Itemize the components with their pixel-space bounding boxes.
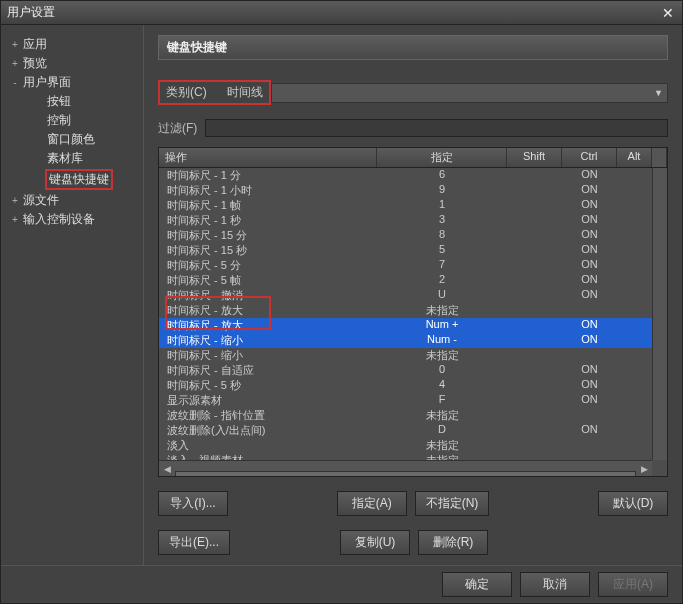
cell-alt	[617, 273, 652, 288]
cell-op: 时间标尺 - 5 秒	[159, 378, 377, 393]
table-row[interactable]: 时间标尺 - 缩小未指定	[159, 348, 667, 363]
table-row[interactable]: 时间标尺 - 自适应0ON	[159, 363, 667, 378]
cell-ctrl: ON	[562, 258, 617, 273]
cell-alt	[617, 438, 652, 453]
chevron-down-icon: ▼	[654, 88, 663, 98]
th-shift[interactable]: Shift	[507, 148, 562, 167]
cell-op: 时间标尺 - 1 分	[159, 168, 377, 183]
table-body: 时间标尺 - 1 分6ON时间标尺 - 1 小时9ON时间标尺 - 1 帧1ON…	[159, 168, 667, 468]
import-button[interactable]: 导入(I)...	[158, 491, 228, 516]
copy-button[interactable]: 复制(U)	[340, 530, 410, 555]
cell-alt	[617, 213, 652, 228]
table-row[interactable]: 时间标尺 - 1 帧1ON	[159, 198, 667, 213]
table-row[interactable]: 时间标尺 - 1 秒3ON	[159, 213, 667, 228]
ok-button[interactable]: 确定	[442, 572, 512, 597]
scroll-right-icon[interactable]: ▶	[636, 464, 652, 474]
table-row[interactable]: 时间标尺 - 5 秒4ON	[159, 378, 667, 393]
cell-ctrl	[562, 348, 617, 363]
cell-shift	[507, 438, 562, 453]
tree-item-ui[interactable]: -用户界面	[9, 73, 135, 92]
cell-assign: U	[377, 288, 507, 303]
cell-assign: 0	[377, 363, 507, 378]
th-assign[interactable]: 指定	[377, 148, 507, 167]
cell-shift	[507, 363, 562, 378]
cell-ctrl: ON	[562, 363, 617, 378]
table-row[interactable]: 时间标尺 - 撤消UON	[159, 288, 667, 303]
cancel-button[interactable]: 取消	[520, 572, 590, 597]
th-alt[interactable]: Alt	[617, 148, 652, 167]
horizontal-scrollbar[interactable]: ◀ ▶	[159, 460, 652, 476]
cell-shift	[507, 318, 562, 333]
category-dropdown[interactable]: ▼	[271, 83, 668, 103]
tree-item-windowcolor[interactable]: 窗口颜色	[9, 130, 135, 149]
tree-item-library[interactable]: 素材库	[9, 149, 135, 168]
panel-title: 键盘快捷键	[158, 35, 668, 60]
cell-assign: 未指定	[377, 303, 507, 318]
unassign-button[interactable]: 不指定(N)	[415, 491, 490, 516]
th-operation[interactable]: 操作	[159, 148, 377, 167]
table-row[interactable]: 波纹删除(入/出点间)DON	[159, 423, 667, 438]
tree-item-app[interactable]: +应用	[9, 35, 135, 54]
assign-button[interactable]: 指定(A)	[337, 491, 407, 516]
filter-input[interactable]	[205, 119, 668, 137]
table-row[interactable]: 显示源素材FON	[159, 393, 667, 408]
tree-item-control[interactable]: 控制	[9, 111, 135, 130]
tree-item-shortcuts[interactable]: 键盘快捷键	[9, 168, 135, 191]
category-label: 类别(C)	[166, 84, 207, 101]
table-row[interactable]: 时间标尺 - 5 分7ON	[159, 258, 667, 273]
category-row: 类别(C) 时间线 ▼	[158, 80, 668, 105]
cell-assign: 9	[377, 183, 507, 198]
cell-shift	[507, 183, 562, 198]
th-ctrl[interactable]: Ctrl	[562, 148, 617, 167]
filter-label: 过滤(F)	[158, 120, 197, 137]
close-icon[interactable]: ✕	[660, 5, 676, 21]
table-row[interactable]: 波纹删除 - 指针位置未指定	[159, 408, 667, 423]
cell-assign: 未指定	[377, 348, 507, 363]
export-button[interactable]: 导出(E)...	[158, 530, 230, 555]
table-row[interactable]: 时间标尺 - 15 秒5ON	[159, 243, 667, 258]
scroll-thumb[interactable]	[175, 471, 636, 478]
vertical-scrollbar[interactable]	[652, 168, 667, 460]
th-scroll-corner	[652, 148, 667, 167]
delete-button[interactable]: 删除(R)	[418, 530, 488, 555]
cell-op: 时间标尺 - 缩小	[159, 333, 377, 348]
cell-assign: 5	[377, 243, 507, 258]
cell-shift	[507, 228, 562, 243]
tree-item-source[interactable]: +源文件	[9, 191, 135, 210]
table-row[interactable]: 时间标尺 - 放大未指定	[159, 303, 667, 318]
apply-button[interactable]: 应用(A)	[598, 572, 668, 597]
tree-item-preview[interactable]: +预览	[9, 54, 135, 73]
button-row-2: 导出(E)... 复制(U) 删除(R)	[158, 530, 668, 555]
table-header: 操作 指定 Shift Ctrl Alt	[159, 148, 667, 168]
table-row[interactable]: 淡入未指定	[159, 438, 667, 453]
cell-assign: 未指定	[377, 438, 507, 453]
cell-alt	[617, 363, 652, 378]
cell-alt	[617, 303, 652, 318]
cell-ctrl: ON	[562, 228, 617, 243]
cell-ctrl: ON	[562, 378, 617, 393]
cell-shift	[507, 273, 562, 288]
cell-op: 时间标尺 - 撤消	[159, 288, 377, 303]
scroll-left-icon[interactable]: ◀	[159, 464, 175, 474]
cell-shift	[507, 423, 562, 438]
table-row[interactable]: 时间标尺 - 15 分8ON	[159, 228, 667, 243]
table-row[interactable]: 时间标尺 - 1 分6ON	[159, 168, 667, 183]
cell-alt	[617, 258, 652, 273]
cell-shift	[507, 408, 562, 423]
cell-ctrl: ON	[562, 423, 617, 438]
tree-item-button[interactable]: 按钮	[9, 92, 135, 111]
cell-ctrl	[562, 438, 617, 453]
default-button[interactable]: 默认(D)	[598, 491, 668, 516]
table-row[interactable]: 时间标尺 - 5 帧2ON	[159, 273, 667, 288]
titlebar: 用户设置 ✕	[1, 1, 682, 25]
main-panel: 键盘快捷键 类别(C) 时间线 ▼ 过滤(F) 操作 指定 Shift	[144, 25, 682, 565]
cell-alt	[617, 183, 652, 198]
table-row[interactable]: 时间标尺 - 放大Num +ON	[159, 318, 667, 333]
cell-ctrl: ON	[562, 243, 617, 258]
cell-alt	[617, 168, 652, 183]
cell-op: 时间标尺 - 5 帧	[159, 273, 377, 288]
cell-assign: 2	[377, 273, 507, 288]
table-row[interactable]: 时间标尺 - 1 小时9ON	[159, 183, 667, 198]
table-row[interactable]: 时间标尺 - 缩小Num -ON	[159, 333, 667, 348]
tree-item-input[interactable]: +输入控制设备	[9, 210, 135, 229]
